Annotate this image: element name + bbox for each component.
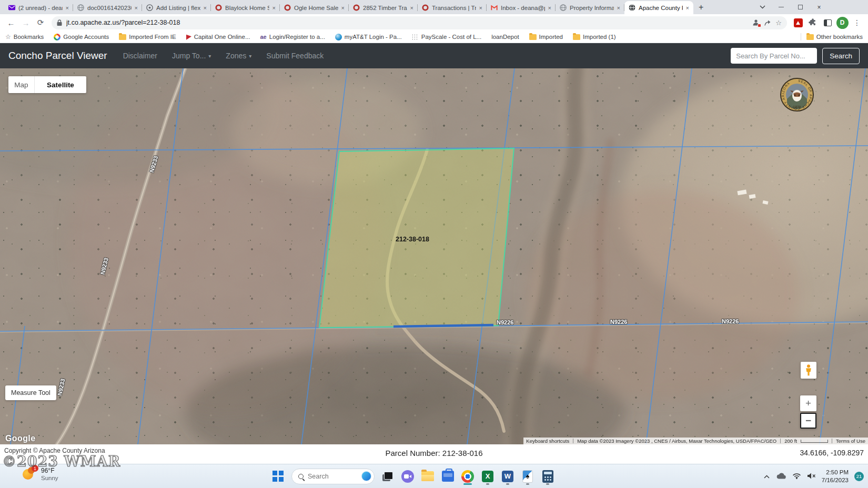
nav-submit-feedback[interactable]: Submit Feedback	[266, 52, 324, 60]
tab-title: Blaylock Home Sal	[225, 5, 269, 11]
tab-close-icon[interactable]: ×	[410, 5, 414, 11]
tab-blaylock[interactable]: Blaylock Home Sal ×	[211, 1, 280, 14]
terms-of-use-link[interactable]: Terms of Use	[836, 438, 865, 444]
tab-mail[interactable]: (2 unread) - deana ×	[4, 1, 73, 14]
parcel-search-button[interactable]: Search	[822, 48, 860, 64]
notification-count-badge[interactable]: 21	[854, 472, 864, 481]
tab-close-icon[interactable]: ×	[685, 5, 690, 11]
taskbar-search[interactable]	[291, 469, 375, 484]
google-icon	[54, 34, 60, 40]
tab-title: doc001614202307	[87, 5, 132, 11]
side-panel-icon[interactable]	[821, 19, 834, 26]
close-window-button[interactable]: ×	[810, 0, 829, 14]
wifi-icon[interactable]	[792, 472, 801, 481]
google-logo[interactable]: Google	[5, 434, 36, 443]
tab-close-icon[interactable]: ×	[203, 5, 207, 11]
bookmark-bookmarks[interactable]: ☆Bookmarks	[5, 33, 44, 40]
onedrive-cloud-icon[interactable]	[776, 472, 786, 481]
wmar-watermark: ©2023 WMAR	[2, 453, 120, 470]
selected-road-segment	[393, 325, 493, 327]
gmail-icon	[490, 4, 498, 12]
adobe-acrobat-extension-icon[interactable]	[791, 18, 805, 27]
profile-avatar[interactable]: D	[835, 17, 849, 29]
url-input[interactable]	[66, 19, 748, 26]
share-icon[interactable]	[764, 19, 771, 26]
tab-close-icon[interactable]: ×	[341, 5, 345, 11]
map-view-button[interactable]: Map	[8, 76, 35, 93]
bookmark-loandepot[interactable]: loanDepot	[491, 34, 519, 40]
tab-inbox[interactable]: Inbox - deana@pi ×	[487, 1, 556, 14]
app-navbar: Concho Parcel Viewer Disclaimer Jump To.…	[0, 43, 868, 68]
tab-ogle[interactable]: Ogle Home Sale | ×	[280, 1, 349, 14]
extensions-puzzle-icon[interactable]	[806, 18, 820, 27]
tab-close-icon[interactable]: ×	[272, 5, 276, 11]
browser-tab-bar: (2 unread) - deana × doc001614202307 × A…	[0, 0, 868, 14]
tab-title: Add Listing | flexm	[156, 5, 200, 11]
zoom-out-button[interactable]: −	[800, 413, 816, 429]
tab-close-icon[interactable]: ×	[134, 5, 138, 11]
bookmark-imported[interactable]: Imported	[529, 34, 563, 40]
tab-transactions[interactable]: Transactions | Tran ×	[418, 1, 487, 14]
chrome-button[interactable]	[461, 467, 475, 485]
bookmark-myatt[interactable]: myAT&T Login - Pa...	[335, 34, 402, 40]
bookmark-capital-one[interactable]: Capital One Online...	[186, 34, 250, 40]
bookmark-star-icon[interactable]: ☆	[775, 19, 782, 27]
map-viewport[interactable]: 212-38-018 N9233 N9233 N9233 N9226 N9226…	[0, 68, 868, 444]
toolbox-app-button[interactable]	[441, 467, 455, 485]
tab-apache-county-active[interactable]: Apache County Pa ×	[624, 1, 693, 14]
address-bar[interactable]: ☆	[52, 16, 787, 29]
volume-muted-icon[interactable]	[807, 472, 816, 481]
tab-close-icon[interactable]: ×	[65, 5, 69, 11]
maximize-button[interactable]	[791, 0, 810, 14]
zoom-in-button[interactable]: +	[800, 395, 816, 411]
new-tab-button[interactable]: +	[699, 3, 703, 12]
running-app-indicator	[486, 483, 489, 485]
file-explorer-button[interactable]	[421, 467, 435, 485]
start-button[interactable]	[271, 467, 285, 485]
zoom-app-button[interactable]	[401, 467, 415, 485]
satellite-view-button[interactable]: Satellite	[35, 76, 86, 93]
keyboard-shortcuts-link[interactable]: Keyboard shortcuts	[526, 438, 569, 444]
bookmark-payscale[interactable]: PayScale - Cost of L...	[412, 34, 481, 40]
nav-jump-to[interactable]: Jump To...▾	[172, 52, 211, 60]
lock-icon[interactable]	[57, 19, 62, 26]
reload-button[interactable]: ⟳	[34, 18, 47, 27]
tab-add-listing[interactable]: Add Listing | flexm ×	[142, 1, 211, 14]
street-view-pegman[interactable]	[801, 362, 816, 379]
tray-chevron-up-icon[interactable]	[763, 472, 770, 481]
excel-button[interactable]: X	[481, 467, 494, 485]
tab-property-info[interactable]: Property Informati ×	[556, 1, 624, 14]
bookmark-imported-1[interactable]: Imported (1)	[573, 34, 616, 40]
scale-label: 200 ft	[784, 438, 797, 444]
minimize-button[interactable]	[772, 0, 791, 14]
tab-timber-trail[interactable]: 2852 Timber Trail ×	[349, 1, 418, 14]
nav-zones[interactable]: Zones▾	[226, 52, 251, 60]
tab-doc[interactable]: doc001614202307 ×	[73, 1, 142, 14]
nav-disclaimer[interactable]: Disclaimer	[123, 52, 157, 60]
map-overlay-canvas[interactable]	[0, 68, 868, 444]
calculator-button[interactable]	[541, 467, 554, 485]
clock-widget[interactable]: 2:50 PM 7/16/2023	[822, 469, 849, 484]
tab-close-icon[interactable]: ×	[617, 5, 621, 11]
bookmark-imported-from-ie[interactable]: Imported From IE	[119, 34, 176, 40]
back-button[interactable]: ←	[4, 18, 18, 27]
measure-tool-button[interactable]: Measure Tool	[5, 385, 56, 400]
other-bookmarks[interactable]: Other bookmarks	[806, 34, 863, 40]
browser-menu-icon[interactable]: ⋮	[850, 18, 864, 27]
tab-title: Property Informati	[570, 5, 614, 11]
bookmark-google-accounts[interactable]: Google Accounts	[54, 34, 109, 40]
parcel-search-input[interactable]	[731, 48, 817, 64]
profile-key-icon[interactable]	[752, 19, 760, 26]
window-controls: ×	[753, 0, 829, 14]
solitaire-button[interactable]: ♠	[521, 467, 534, 485]
taskbar-search-input[interactable]	[308, 473, 357, 480]
task-view-button[interactable]	[381, 467, 395, 485]
pegman-icon	[805, 364, 812, 376]
bookmark-login-register[interactable]: aeLogin/Register to a...	[260, 34, 325, 40]
forward-button[interactable]: →	[19, 18, 33, 27]
tab-close-icon[interactable]: ×	[548, 5, 552, 11]
tab-search-chevron-icon[interactable]	[753, 0, 772, 14]
word-button[interactable]: W	[501, 467, 514, 485]
chevron-down-icon: ▾	[249, 53, 251, 59]
tab-close-icon[interactable]: ×	[479, 5, 483, 11]
